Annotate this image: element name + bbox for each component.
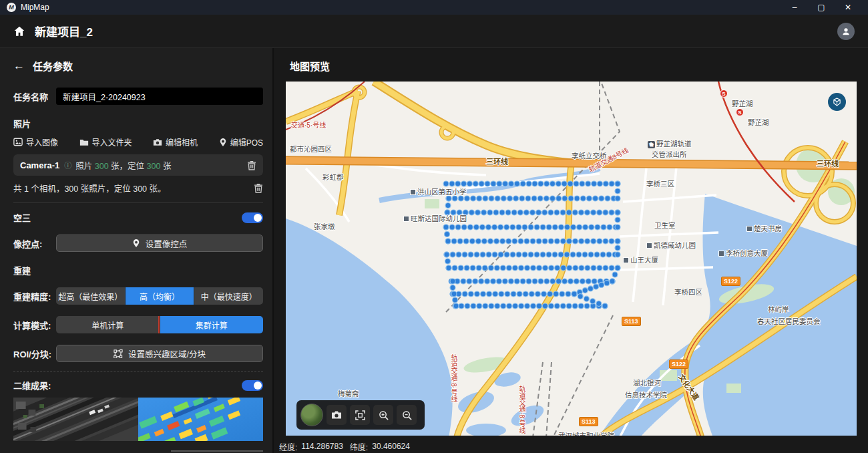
folder-icon	[79, 138, 89, 146]
trash-icon	[247, 160, 256, 170]
photos-section-label: 照片	[13, 117, 263, 130]
titlebar: M MipMap – ▢ ✕	[0, 0, 868, 15]
basemap-thumbnail-button[interactable]	[300, 404, 323, 426]
rebuild-section-label: 重建	[13, 264, 263, 277]
coordinate-statusbar: 经度: 114.286783 纬度: 30.460624	[274, 440, 868, 453]
2d-results-toggle[interactable]	[242, 380, 263, 391]
map-canvas[interactable]: 都市沁园西区彩虹郡张家墩洪山区第五小学旺斯达国际幼儿园李纸立交桥★野芷湖轨道交管…	[286, 82, 857, 436]
cube-icon	[833, 98, 841, 106]
latitude-value: 30.460624	[372, 442, 410, 451]
screenshot-button[interactable]	[327, 405, 347, 425]
window-minimize-button[interactable]: –	[781, 0, 808, 15]
set-gcp-button[interactable]: 设置像控点	[56, 235, 263, 252]
task-parameters-panel: ← 任务参数 任务名称 照片 导入图像 导入文件夹 编辑相机 编辑POS	[0, 48, 274, 453]
delete-all-button[interactable]	[254, 183, 263, 193]
panel-title: 任务参数	[33, 59, 73, 73]
dashed-divider	[13, 371, 263, 372]
set-roi-button[interactable]: 设置感兴趣区域/分块	[56, 345, 263, 362]
zoom-in-button[interactable]	[373, 405, 393, 425]
camera-name: Camera-1	[20, 160, 59, 170]
accuracy-option-ultra[interactable]: 超高（最佳效果）	[56, 287, 125, 305]
compute-mode-segmented-control: 单机计算 集群计算	[56, 316, 263, 333]
result-previews	[13, 398, 263, 441]
import-image-button[interactable]: 导入图像	[13, 136, 58, 148]
project-title: 新建项目_2	[35, 23, 93, 39]
zoom-out-icon	[402, 410, 412, 420]
trash-icon	[254, 183, 263, 193]
zoom-out-button[interactable]	[397, 405, 417, 425]
home-icon	[13, 25, 25, 37]
compute-option-single[interactable]: 单机计算	[56, 316, 160, 333]
camera-icon	[331, 410, 342, 420]
longitude-label: 经度:	[279, 441, 297, 452]
window-maximize-button[interactable]: ▢	[808, 0, 835, 15]
longitude-value: 114.286783	[301, 442, 343, 451]
ortho-preview-image	[13, 398, 138, 441]
dsm-preview-image	[138, 398, 263, 441]
zoom-in-icon	[379, 410, 389, 420]
user-avatar[interactable]	[837, 23, 855, 40]
image-icon	[13, 138, 23, 146]
user-icon	[841, 27, 851, 36]
task-name-input[interactable]	[56, 88, 263, 105]
accuracy-label: 重建精度:	[13, 290, 56, 303]
camera-counts: 照片 300 张，定位 300 张	[75, 159, 171, 172]
aerial-triangulation-toggle[interactable]	[242, 212, 263, 223]
location-pin-icon	[132, 239, 140, 248]
fit-frame-icon	[355, 410, 365, 420]
roi-label: ROI/分块:	[13, 347, 56, 360]
back-button[interactable]: ←	[13, 60, 25, 71]
map-layer-globe-button[interactable]	[828, 93, 846, 111]
delete-camera-button[interactable]	[247, 160, 256, 170]
edit-camera-button[interactable]: 编辑相机	[153, 136, 198, 148]
aerial-triangulation-label: 空三	[13, 211, 31, 224]
import-folder-button[interactable]: 导入文件夹	[79, 136, 132, 148]
accuracy-option-medium[interactable]: 中（最快速度）	[194, 287, 263, 305]
edit-pos-button[interactable]: 编辑POS	[219, 136, 263, 148]
divider	[13, 202, 263, 203]
gcp-label: 像控点:	[13, 237, 56, 250]
camera-list-item[interactable]: Camera-1 ⓘ 照片 300 张，定位 300 张	[13, 154, 263, 176]
app-name: MipMap	[21, 3, 49, 12]
2d-results-label: 二维成果:	[13, 379, 51, 392]
app-header: 新建项目_2	[0, 15, 868, 48]
task-name-label: 任务名称	[13, 90, 56, 103]
map-preview-title: 地图预览	[290, 59, 868, 73]
camera-icon	[153, 138, 162, 146]
roi-polygon-icon	[114, 349, 123, 358]
map-preview-section: 地图预览	[274, 48, 868, 453]
accuracy-option-high[interactable]: 高（均衡）	[125, 287, 194, 305]
location-pin-icon	[219, 138, 227, 147]
flight-path-dots	[286, 82, 857, 436]
map-toolbar	[296, 400, 425, 430]
compute-mode-label: 计算模式:	[13, 319, 56, 331]
app-logo-icon: M	[7, 3, 16, 12]
accuracy-segmented-control: 超高（最佳效果） 高（均衡） 中（最快速度）	[56, 287, 263, 305]
panel-scroll-indicator[interactable]	[171, 450, 263, 452]
latitude-label: 纬度:	[350, 441, 368, 452]
fit-view-button[interactable]	[350, 405, 370, 425]
compute-option-cluster[interactable]: 集群计算	[160, 316, 264, 333]
camera-summary: 共 1 个相机，300 张照片，定位 300 张。	[13, 182, 166, 194]
info-icon: ⓘ	[64, 160, 71, 170]
window-close-button[interactable]: ✕	[835, 0, 861, 15]
home-button[interactable]	[13, 25, 25, 37]
